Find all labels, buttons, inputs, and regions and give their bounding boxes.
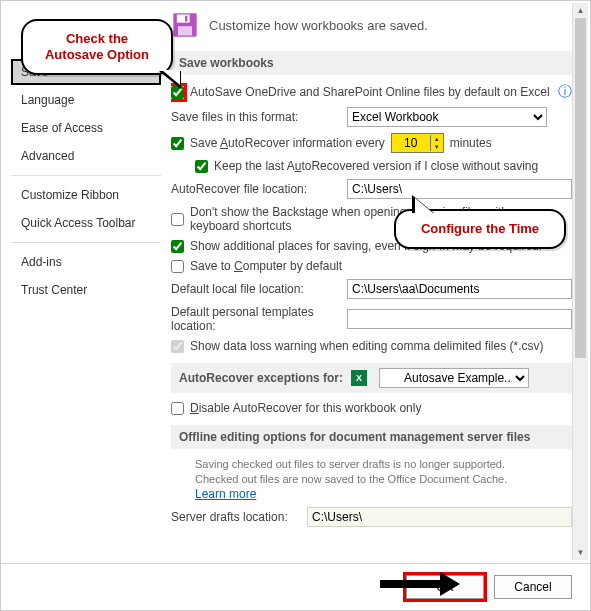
sidebar-divider bbox=[11, 242, 161, 243]
excel-options-save-dialog: Proofing Save Language Ease of Access Ad… bbox=[0, 0, 591, 611]
annotation-configure-time: Configure the Time bbox=[394, 209, 566, 249]
scrollbar-thumb[interactable] bbox=[575, 18, 586, 358]
svg-rect-2 bbox=[185, 16, 187, 22]
main-panel: Customize how workbooks are saved. Save … bbox=[171, 11, 572, 555]
section-autorecover-exceptions: AutoRecover exceptions for: X Autosave E… bbox=[171, 363, 572, 393]
annotation-check-autosave: Check the Autosave Option bbox=[21, 19, 173, 75]
sidebar-item-quick-access-toolbar[interactable]: Quick Access Toolbar bbox=[11, 210, 161, 236]
row-autosave: AutoSave OneDrive and SharePoint Online … bbox=[171, 83, 572, 101]
offline-hint-line2: Checked out files are now saved to the O… bbox=[195, 472, 572, 487]
spinner-up-icon[interactable]: ▲ bbox=[431, 135, 443, 143]
drafts-location-label: Server drafts location: bbox=[171, 510, 301, 524]
autorecover-label: Save AutoRecover information every bbox=[190, 136, 385, 150]
row-templates-location: Default personal templates location: bbox=[171, 305, 572, 333]
templates-location-input[interactable] bbox=[347, 309, 572, 329]
csv-warning-label: Show data loss warning when editing comm… bbox=[190, 339, 544, 353]
csv-warning-checkbox[interactable] bbox=[171, 340, 184, 353]
annotation-arrow-icon bbox=[380, 572, 460, 596]
vertical-scrollbar[interactable]: ▲ ▼ bbox=[572, 3, 588, 560]
offline-hint-line1: Saving checked out files to server draft… bbox=[195, 457, 572, 472]
disable-ar-checkbox[interactable] bbox=[171, 402, 184, 415]
disable-ar-label: Disable AutoRecover for this workbook on… bbox=[190, 401, 421, 415]
svg-rect-3 bbox=[178, 26, 192, 35]
annotation-text: Check the Autosave Option bbox=[45, 31, 149, 62]
templates-location-label: Default personal templates location: bbox=[171, 305, 341, 333]
ar-exceptions-title: AutoRecover exceptions for: bbox=[179, 371, 343, 385]
dialog-button-bar: OK Cancel bbox=[1, 563, 590, 610]
sidebar-item-language[interactable]: Language bbox=[11, 87, 161, 113]
ar-location-label: AutoRecover file location: bbox=[171, 182, 341, 196]
row-save-computer: Save to Computer by default bbox=[171, 259, 572, 273]
ar-location-input[interactable] bbox=[347, 179, 572, 199]
section-save-workbooks: Save workbooks bbox=[171, 51, 572, 75]
row-keep-last: Keep the last AutoRecovered version if I… bbox=[195, 159, 572, 173]
sidebar-item-ease-of-access[interactable]: Ease of Access bbox=[11, 115, 161, 141]
keep-last-label: Keep the last AutoRecovered version if I… bbox=[214, 159, 538, 173]
default-location-input[interactable] bbox=[347, 279, 572, 299]
autorecover-checkbox[interactable] bbox=[171, 137, 184, 150]
sidebar-item-trust-center[interactable]: Trust Center bbox=[11, 277, 161, 303]
drafts-location-input bbox=[307, 507, 572, 527]
save-disk-icon bbox=[171, 11, 199, 39]
keep-last-checkbox[interactable] bbox=[195, 160, 208, 173]
row-disable-ar: Disable AutoRecover for this workbook on… bbox=[171, 401, 572, 415]
exception-workbook-combo[interactable]: Autosave Example.... bbox=[379, 368, 529, 388]
info-icon[interactable]: ⓘ bbox=[558, 83, 572, 101]
panel-title: Customize how workbooks are saved. bbox=[209, 18, 428, 33]
save-format-label: Save files in this format: bbox=[171, 110, 341, 124]
cancel-button[interactable]: Cancel bbox=[494, 575, 572, 599]
scroll-down-icon[interactable]: ▼ bbox=[573, 545, 588, 560]
row-file-format: Save files in this format: Excel Workboo… bbox=[171, 107, 572, 127]
autorecover-minutes-input[interactable] bbox=[392, 134, 430, 152]
sidebar-item-add-ins[interactable]: Add-ins bbox=[11, 249, 161, 275]
additional-places-checkbox[interactable] bbox=[171, 240, 184, 253]
autorecover-minutes-spinner[interactable]: ▲▼ bbox=[391, 133, 444, 153]
spinner-down-icon[interactable]: ▼ bbox=[431, 143, 443, 151]
annotation-text: Configure the Time bbox=[421, 221, 539, 236]
svg-rect-1 bbox=[177, 15, 190, 23]
row-drafts-location: Server drafts location: bbox=[171, 507, 572, 527]
default-location-label: Default local file location: bbox=[171, 282, 341, 296]
row-csv-warning: Show data loss warning when editing comm… bbox=[171, 339, 572, 353]
sidebar-divider bbox=[11, 175, 161, 176]
sidebar-item-customize-ribbon[interactable]: Customize Ribbon bbox=[11, 182, 161, 208]
offline-hint: Saving checked out files to server draft… bbox=[195, 457, 572, 501]
backstage-checkbox[interactable] bbox=[171, 213, 184, 226]
autosave-label: AutoSave OneDrive and SharePoint Online … bbox=[190, 85, 552, 99]
row-autorecover-interval: Save AutoRecover information every ▲▼ mi… bbox=[171, 133, 572, 153]
sidebar-item-advanced[interactable]: Advanced bbox=[11, 143, 161, 169]
save-computer-checkbox[interactable] bbox=[171, 260, 184, 273]
section-offline: Offline editing options for document man… bbox=[171, 425, 572, 449]
learn-more-link[interactable]: Learn more bbox=[195, 487, 256, 501]
row-ar-location: AutoRecover file location: bbox=[171, 179, 572, 199]
excel-workbook-icon: X bbox=[351, 370, 367, 386]
save-format-combo[interactable]: Excel Workbook bbox=[347, 107, 547, 127]
scroll-up-icon[interactable]: ▲ bbox=[573, 3, 588, 18]
panel-header: Customize how workbooks are saved. bbox=[171, 11, 572, 39]
row-default-location: Default local file location: bbox=[171, 279, 572, 299]
save-computer-label: Save to Computer by default bbox=[190, 259, 342, 273]
minutes-unit: minutes bbox=[450, 136, 492, 150]
